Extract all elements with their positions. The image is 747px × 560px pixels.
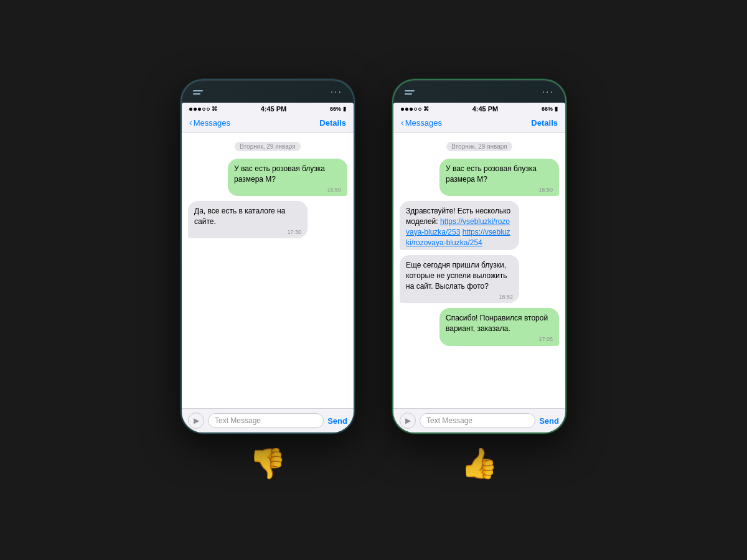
date-label-bad: Вторник, 29 января [235,142,300,151]
bubble-time: 17:05 [446,335,553,343]
phone-good-top-bar: ··· [393,80,565,103]
message-received-good-2: Еще сегодня пришли блузки, которые не ус… [400,255,559,303]
more-dots-icon-good: ··· [542,86,554,98]
more-dots-icon: ··· [331,86,342,98]
phone-good: ··· ⌘ 4:45 PM 66% ▮ [392,79,566,434]
date-label-good: Вторник, 29 января [446,142,512,151]
message-sent-good-1: У вас есть розовая блузка размера М? 16:… [400,159,559,196]
bubble-text: Да, все есть в каталоге на сайте. [194,207,285,226]
hamburger-icon [193,90,203,95]
back-label-good: Messages [405,118,442,128]
text-message-input-good[interactable]: Text Message [420,413,535,428]
status-right-good: 66% ▮ [542,106,558,112]
thumbs-up-icon: 👍 [461,446,498,481]
wifi-icon-good: ⌘ [423,106,429,112]
signal-icon [189,108,210,111]
battery-percent: 66% [330,106,341,112]
status-time-good: 4:45 PM [472,105,499,113]
phone-bad-top-bar: ··· [182,80,354,103]
phone-good-screen: ⌘ 4:45 PM 66% ▮ ‹ Messages Details [393,103,565,432]
nav-bar-good: ‹ Messages Details [393,114,565,133]
input-bar-good: ▶ Text Message Send [393,408,565,432]
chevron-left-icon-good: ‹ [401,118,404,128]
bubble-time: 16:50 [234,186,341,194]
scene: ··· ⌘ 4:45 PM 66% ▮ [181,79,566,481]
status-left: ⌘ [189,106,217,112]
battery-percent-good: 66% [542,106,553,112]
status-bar-good: ⌘ 4:45 PM 66% ▮ [393,103,565,114]
message-sent-good-2: Спасибо! Понравился второй вариант, зака… [400,308,559,345]
bubble-sent-good-2: Спасибо! Понравился второй вариант, зака… [439,308,559,345]
battery-icon: ▮ [343,106,346,112]
bubble-received-good-1: Здравствуйте! Есть несколько моделей: ht… [400,201,519,250]
details-button[interactable]: Details [319,118,346,128]
message-sent-1: У вас есть розовая блузка размера М? 16:… [188,159,347,196]
messages-area-bad: Вторник, 29 января У вас есть розовая бл… [182,133,354,408]
chevron-left-icon: ‹ [189,118,192,128]
phone-bad: ··· ⌘ 4:45 PM 66% ▮ [181,79,355,434]
status-time: 4:45 PM [261,105,287,113]
phone-good-wrapper: ··· ⌘ 4:45 PM 66% ▮ [392,79,566,481]
bubble-text: Здравствуйте! Есть несколько моделей: ht… [406,207,510,246]
text-message-input[interactable]: Text Message [208,413,324,428]
bubble-text: У вас есть розовая блузка размера М? [234,164,325,184]
camera-button[interactable]: ▶ [188,413,204,429]
bubble-time: 17:30 [194,228,301,236]
details-button-good[interactable]: Details [531,118,558,128]
back-button[interactable]: ‹ Messages [189,118,230,128]
status-bar: ⌘ 4:45 PM 66% ▮ [182,103,354,114]
bubble-received-1: Да, все есть в каталоге на сайте. 17:30 [188,201,308,238]
camera-button-good[interactable]: ▶ [400,413,416,429]
signal-icon-good [401,108,421,111]
thumbs-down-icon: 👎 [249,446,286,481]
bubble-sent-1: У вас есть розовая блузка размера М? 16:… [228,159,347,196]
message-received-good-1: Здравствуйте! Есть несколько моделей: ht… [400,201,559,250]
send-button[interactable]: Send [327,416,347,426]
hamburger-icon-good [405,90,415,95]
input-bar-bad: ▶ Text Message Send [182,408,354,432]
bubble-time: 16:50 [446,186,553,194]
phone-bad-screen: ⌘ 4:45 PM 66% ▮ ‹ Messages Details [182,103,354,432]
bubble-text: Еще сегодня пришли блузки, которые не ус… [406,261,507,291]
back-button-good[interactable]: ‹ Messages [401,118,442,128]
bubble-time: 16:52 [406,293,513,301]
bubble-text: Спасибо! Понравился второй вариант, зака… [446,314,548,333]
phone-bad-wrapper: ··· ⌘ 4:45 PM 66% ▮ [181,79,355,481]
message-received-1: Да, все есть в каталоге на сайте. 17:30 [188,201,347,238]
bubble-sent-good-1: У вас есть розовая блузка размера М? 16:… [439,159,559,196]
status-right: 66% ▮ [330,106,346,112]
bubble-received-good-2: Еще сегодня пришли блузки, которые не ус… [400,255,519,303]
nav-bar-bad: ‹ Messages Details [182,114,354,133]
messages-area-good: Вторник, 29 января У вас есть розовая бл… [393,133,565,408]
bubble-text: У вас есть розовая блузка размера М? [446,164,537,184]
send-button-good[interactable]: Send [539,416,559,426]
status-left-good: ⌘ [401,106,429,112]
back-label: Messages [194,118,230,128]
battery-icon-good: ▮ [555,106,558,112]
wifi-icon: ⌘ [212,106,217,112]
